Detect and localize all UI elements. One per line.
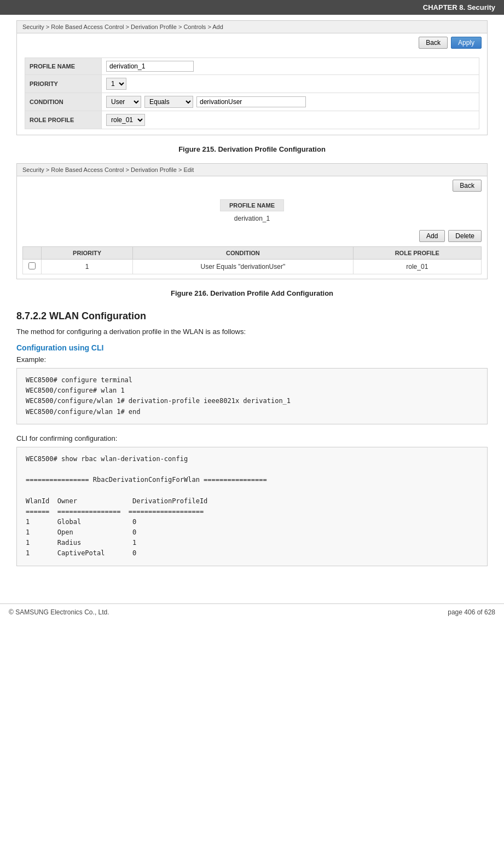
cli-confirm-text: WEC8500# show rbac wlan-derivation-confi… xyxy=(26,454,478,559)
figure2-toolbar: Back xyxy=(17,176,487,195)
figure2-caption: Figure 216. Derivation Profile Add Confi… xyxy=(16,289,488,297)
condition-select1[interactable]: User Group xyxy=(106,96,141,108)
delete-button[interactable]: Delete xyxy=(448,230,482,242)
table-row: PROFILE NAME xyxy=(25,58,479,75)
figure2-body: PROFILE NAME derivation_1 Add Delete PRI… xyxy=(17,195,487,279)
back-button-1[interactable]: Back xyxy=(419,37,448,49)
profile-name-label: PROFILE NAME xyxy=(25,58,102,75)
back-button-2[interactable]: Back xyxy=(453,180,482,192)
table-row: ROLE PROFILE role_01 role_02 xyxy=(25,111,479,129)
chapter-header: CHAPTER 8. Security xyxy=(0,0,504,15)
table-row: PRIORITY 1 2 3 xyxy=(25,75,479,93)
apply-button-1[interactable]: Apply xyxy=(451,37,482,49)
example-label: Example: xyxy=(16,355,488,364)
row-priority: 1 xyxy=(42,260,133,274)
profile-name-header-label: PROFILE NAME xyxy=(220,199,284,211)
cli-example-block: WEC8500# configure terminal WEC8500/conf… xyxy=(16,368,488,424)
figure2-panel: Security > Role Based Access Control > D… xyxy=(16,163,488,279)
figure1-caption: Figure 215. Derivation Profile Configura… xyxy=(16,145,488,153)
condition-value-input[interactable] xyxy=(196,96,306,107)
table-header-row: PRIORITY CONDITION ROLE PROFILE xyxy=(23,247,482,260)
profile-name-input[interactable] xyxy=(106,61,194,72)
col-role-profile: ROLE PROFILE xyxy=(353,247,481,260)
condition-select2[interactable]: Equals Not Equals xyxy=(144,96,193,108)
footer-left: © SAMSUNG Electronics Co., Ltd. xyxy=(9,608,109,616)
col-condition: CONDITION xyxy=(133,247,353,260)
section-heading: 8.7.2.2 WLAN Configuration xyxy=(16,310,488,322)
table-row: 1 User Equals "derivationUser" role_01 xyxy=(23,260,482,274)
row-condition: User Equals "derivationUser" xyxy=(133,260,353,274)
section-description: The method for configuring a derivation … xyxy=(16,327,488,336)
figure2-breadcrumb: Security > Role Based Access Control > D… xyxy=(17,164,487,176)
col-checkbox xyxy=(23,247,42,260)
role-profile-label: ROLE PROFILE xyxy=(25,111,102,129)
chapter-title: CHAPTER 8. Security xyxy=(423,3,495,11)
priority-label: PRIORITY xyxy=(25,75,102,93)
role-profile-select[interactable]: role_01 role_02 xyxy=(106,114,145,126)
figure1-form-table: PROFILE NAME PRIORITY 1 2 3 xyxy=(25,57,479,129)
priority-select[interactable]: 1 2 3 xyxy=(106,78,126,90)
figure2-data-table: PRIORITY CONDITION ROLE PROFILE 1 User E… xyxy=(22,246,482,274)
cli-confirm-block: WEC8500# show rbac wlan-derivation-confi… xyxy=(16,447,488,566)
section-number: 8.7.2.2 xyxy=(16,310,47,321)
row-role-profile: role_01 xyxy=(353,260,481,274)
row-checkbox[interactable] xyxy=(28,262,36,269)
cli-heading: Configuration using CLI xyxy=(16,343,488,352)
add-delete-bar: Add Delete xyxy=(22,230,482,242)
figure1-breadcrumb: Security > Role Based Access Control > D… xyxy=(17,21,487,33)
cli-example-text: WEC8500# configure terminal WEC8500/conf… xyxy=(26,375,478,417)
table-row: CONDITION User Group Equals Not Equals xyxy=(25,93,479,111)
figure1-body: PROFILE NAME PRIORITY 1 2 3 xyxy=(17,52,487,135)
section-title: WLAN Configuration xyxy=(49,310,146,321)
profile-name-display: derivation_1 xyxy=(22,212,482,225)
cli-confirm-label: CLI for confirming configuration: xyxy=(16,434,488,442)
col-priority: PRIORITY xyxy=(42,247,133,260)
figure1-panel: Security > Role Based Access Control > D… xyxy=(16,20,488,135)
page-footer: © SAMSUNG Electronics Co., Ltd. page 406… xyxy=(0,603,504,620)
footer-right: page 406 of 628 xyxy=(448,608,495,616)
profile-name-section: PROFILE NAME derivation_1 xyxy=(22,199,482,225)
condition-label: CONDITION xyxy=(25,93,102,111)
add-button[interactable]: Add xyxy=(419,230,445,242)
figure1-toolbar: Back Apply xyxy=(17,33,487,52)
